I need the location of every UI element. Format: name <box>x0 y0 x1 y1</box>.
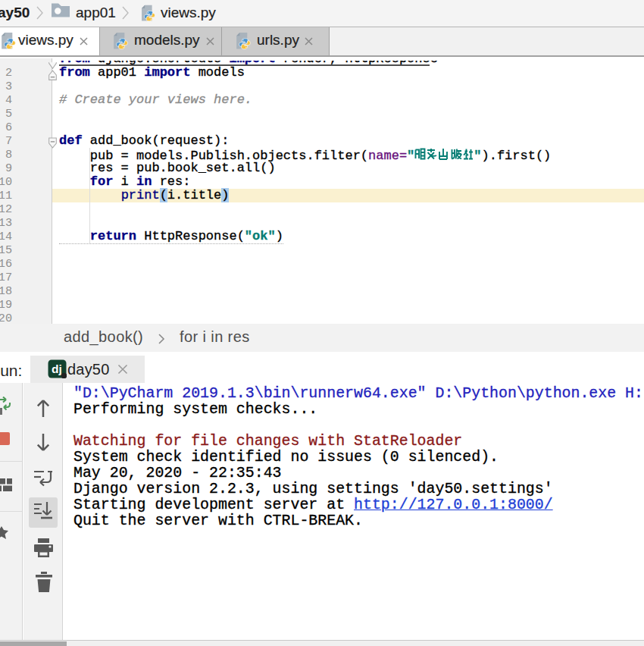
svg-text:dj: dj <box>52 362 62 375</box>
